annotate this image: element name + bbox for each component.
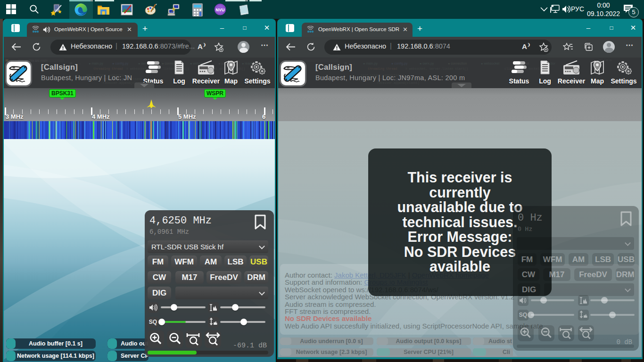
svg-text:NVU: NVU — [215, 8, 224, 12]
svg-text:● main.py: ● main.py — [363, 62, 378, 66]
svg-text:● connection: ● connection — [448, 62, 467, 65]
svg-text:receiver.append(client): receiver.append(client) — [377, 82, 420, 85]
svg-text:● websocket: ● websocket — [481, 62, 499, 65]
svg-text:● config.py: ● config.py — [112, 62, 129, 66]
svg-text:● main.py: ● main.py — [89, 62, 103, 66]
svg-text:threading thread: threading thread — [93, 67, 123, 71]
svg-text:● config.py: ● config.py — [391, 62, 408, 66]
svg-text:● owrx.py: ● owrx.py — [420, 62, 434, 66]
svg-text:= websocket, server.listen sta: = websocket, server.listen start() — [405, 67, 468, 71]
svg-text:threading thread: threading thread — [368, 67, 397, 71]
